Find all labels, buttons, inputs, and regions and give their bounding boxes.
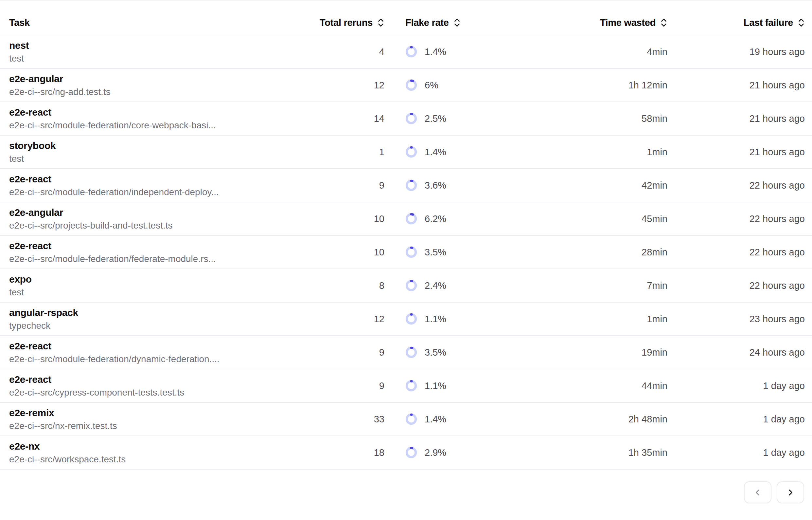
- sort-icon: [797, 18, 805, 27]
- next-page-button[interactable]: [777, 482, 804, 503]
- table-row[interactable]: e2e-react e2e-ci--src/cypress-component-…: [0, 369, 812, 403]
- total-reruns-value: 4: [304, 47, 384, 57]
- task-cell: storybook test: [9, 139, 304, 165]
- task-name: e2e-angular: [9, 206, 304, 219]
- total-reruns-value: 18: [304, 447, 384, 458]
- task-name: expo: [9, 273, 304, 286]
- flake-rate-value: 2.9%: [425, 447, 446, 458]
- total-reruns-value: 12: [304, 80, 384, 91]
- sort-icon: [377, 18, 384, 27]
- time-wasted-value: 28min: [522, 247, 667, 258]
- task-name: e2e-angular: [9, 72, 304, 85]
- task-name: nest: [9, 39, 304, 52]
- task-cell: angular-rspack typecheck: [9, 306, 304, 332]
- flake-rate-cell: 1.4%: [384, 413, 522, 425]
- table-body: nest test 4 1.4% 4min 19 hours ago e2e-a…: [0, 35, 812, 470]
- column-header-time-wasted[interactable]: Time wasted: [522, 17, 667, 28]
- task-target: e2e-ci--src/nx-remix.test.ts: [9, 419, 304, 432]
- task-target: e2e-ci--src/ng-add.test.ts: [9, 85, 304, 98]
- flake-rate-value: 1.4%: [425, 414, 446, 425]
- last-failure-value: 21 hours ago: [667, 147, 805, 157]
- task-name: e2e-react: [9, 239, 304, 253]
- total-reruns-value: 10: [304, 247, 384, 258]
- column-header-last-failure[interactable]: Last failure: [667, 17, 805, 28]
- task-cell: e2e-nx e2e-ci--src/workspace.test.ts: [9, 440, 304, 466]
- task-name: e2e-nx: [9, 440, 304, 453]
- task-target: e2e-ci--src/projects-build-and-test.test…: [9, 219, 304, 232]
- flake-rate-donut-icon: [405, 46, 417, 58]
- task-target: test: [9, 152, 304, 165]
- total-reruns-value: 10: [304, 213, 384, 224]
- task-cell: e2e-react e2e-ci--src/cypress-component-…: [9, 373, 304, 399]
- flake-rate-value: 1.4%: [425, 147, 446, 157]
- flake-rate-cell: 1.4%: [384, 46, 522, 58]
- time-wasted-value: 42min: [522, 180, 667, 191]
- flake-rate-donut-icon: [405, 113, 417, 125]
- table-row[interactable]: e2e-angular e2e-ci--src/ng-add.test.ts 1…: [0, 69, 812, 102]
- flake-rate-cell: 2.5%: [384, 113, 522, 125]
- flaky-tasks-page: Task Total reruns Flake rate: [0, 0, 812, 520]
- column-label-time-wasted: Time wasted: [600, 17, 655, 28]
- flake-rate-value: 1.1%: [425, 381, 446, 391]
- flake-rate-cell: 3.6%: [384, 179, 522, 191]
- table-row[interactable]: nest test 4 1.4% 4min 19 hours ago: [0, 35, 812, 69]
- total-reruns-value: 14: [304, 113, 384, 124]
- table-row[interactable]: storybook test 1 1.4% 1min 21 hours ago: [0, 135, 812, 169]
- flake-rate-donut-icon: [405, 79, 417, 91]
- flake-rate-donut-icon: [405, 447, 417, 459]
- task-name: angular-rspack: [9, 306, 304, 319]
- flake-rate-donut-icon: [405, 280, 417, 291]
- flake-rate-value: 6%: [425, 80, 439, 91]
- sort-icon: [660, 18, 667, 27]
- flake-rate-value: 3.5%: [425, 347, 446, 358]
- time-wasted-value: 1min: [522, 314, 667, 324]
- total-reruns-value: 12: [304, 314, 384, 324]
- flake-rate-donut-icon: [405, 413, 417, 425]
- time-wasted-value: 44min: [522, 381, 667, 391]
- task-target: e2e-ci--src/workspace.test.ts: [9, 453, 304, 466]
- task-cell: nest test: [9, 39, 304, 65]
- flake-rate-donut-icon: [405, 380, 417, 392]
- flake-rate-cell: 3.5%: [384, 346, 522, 358]
- table-row[interactable]: e2e-react e2e-ci--src/module-federation/…: [0, 236, 812, 269]
- task-target: e2e-ci--src/module-federation/federate-m…: [9, 253, 304, 265]
- flake-rate-value: 1.4%: [425, 47, 446, 57]
- table-row[interactable]: e2e-remix e2e-ci--src/nx-remix.test.ts 3…: [0, 403, 812, 436]
- column-header-flake-rate[interactable]: Flake rate: [384, 17, 522, 28]
- flake-rate-value: 1.1%: [425, 314, 446, 324]
- flake-rate-cell: 6.2%: [384, 213, 522, 225]
- task-target: e2e-ci--src/module-federation/core-webpa…: [9, 119, 304, 132]
- previous-page-button[interactable]: [744, 482, 772, 503]
- column-header-task: Task: [9, 17, 304, 28]
- flake-rate-donut-icon: [405, 313, 417, 325]
- table-row[interactable]: e2e-react e2e-ci--src/module-federation/…: [0, 336, 812, 369]
- table-row[interactable]: e2e-nx e2e-ci--src/workspace.test.ts 18 …: [0, 436, 812, 470]
- total-reruns-value: 8: [304, 280, 384, 291]
- flake-rate-donut-icon: [405, 213, 417, 225]
- table-row[interactable]: angular-rspack typecheck 12 1.1% 1min 23…: [0, 303, 812, 336]
- time-wasted-value: 2h 48min: [522, 414, 667, 425]
- chevron-left-icon: [753, 488, 763, 497]
- time-wasted-value: 1min: [522, 147, 667, 157]
- task-name: e2e-react: [9, 106, 304, 119]
- flake-rate-cell: 1.1%: [384, 380, 522, 392]
- time-wasted-value: 1h 12min: [522, 80, 667, 91]
- flake-rate-donut-icon: [405, 246, 417, 258]
- flake-rate-cell: 1.1%: [384, 313, 522, 325]
- table-row[interactable]: e2e-angular e2e-ci--src/projects-build-a…: [0, 202, 812, 236]
- total-reruns-value: 9: [304, 381, 384, 391]
- table-row[interactable]: expo test 8 2.4% 7min 22 hours ago: [0, 269, 812, 303]
- column-label-task: Task: [9, 17, 30, 28]
- last-failure-value: 19 hours ago: [667, 47, 805, 57]
- task-cell: e2e-angular e2e-ci--src/projects-build-a…: [9, 206, 304, 232]
- flake-rate-value: 3.6%: [425, 180, 446, 191]
- task-target: e2e-ci--src/module-federation/independen…: [9, 186, 304, 199]
- time-wasted-value: 4min: [522, 47, 667, 57]
- table-row[interactable]: e2e-react e2e-ci--src/module-federation/…: [0, 102, 812, 135]
- column-label-flake-rate: Flake rate: [405, 17, 449, 28]
- last-failure-value: 22 hours ago: [667, 280, 805, 291]
- column-header-total-reruns[interactable]: Total reruns: [304, 17, 384, 28]
- table-row[interactable]: e2e-react e2e-ci--src/module-federation/…: [0, 169, 812, 202]
- column-label-last-failure: Last failure: [744, 17, 793, 28]
- task-cell: e2e-react e2e-ci--src/module-federation/…: [9, 239, 304, 265]
